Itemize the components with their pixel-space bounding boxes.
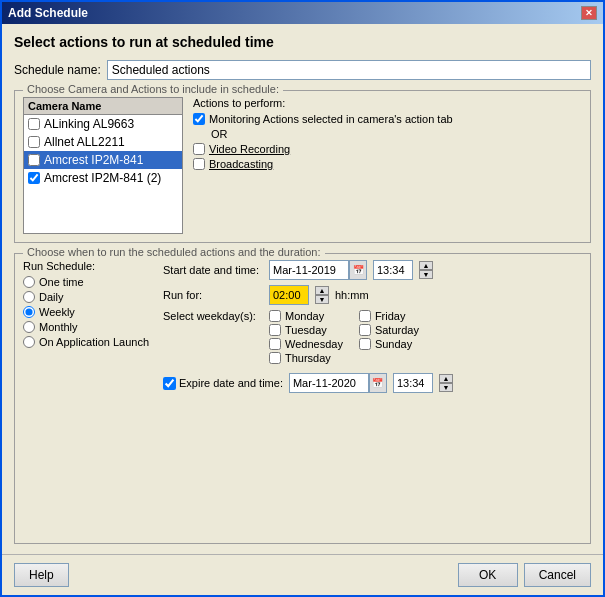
start-date-calendar-icon[interactable]: 📅	[349, 260, 367, 280]
radio-on-launch: On Application Launch	[23, 336, 153, 348]
runfor-label: Run for:	[163, 289, 263, 301]
run-schedule-title: Run Schedule:	[23, 260, 153, 272]
radio-weekly-label: Weekly	[39, 306, 75, 318]
camera-list-header: Camera Name	[23, 97, 183, 114]
day-thursday-label: Thursday	[285, 352, 331, 364]
action-broadcast-checkbox[interactable]	[193, 158, 205, 170]
camera-item-selected[interactable]: Amcrest IP2M-841	[24, 151, 182, 169]
day-monday-label: Monday	[285, 310, 324, 322]
action-monitor-item: Monitoring Actions selected in camera's …	[193, 113, 582, 125]
action-video-label: Video Recording	[209, 143, 290, 155]
action-video-checkbox[interactable]	[193, 143, 205, 155]
runfor-input[interactable]	[269, 285, 309, 305]
schedule-name-input[interactable]	[107, 60, 591, 80]
action-broadcast-label: Broadcasting	[209, 158, 273, 170]
start-date-input[interactable]	[269, 260, 349, 280]
main-title: Select actions to run at scheduled time	[14, 34, 591, 50]
camera-item[interactable]: Amcrest IP2M-841 (2)	[24, 169, 182, 187]
bottom-bar: Help OK Cancel	[2, 554, 603, 595]
day-tuesday: Tuesday	[269, 324, 343, 336]
runfor-down-button[interactable]: ▼	[315, 295, 329, 304]
runfor-spinner: ▲ ▼	[315, 286, 329, 304]
runfor-unit: hh:mm	[335, 289, 369, 301]
camera-section-label: Choose Camera and Actions to include in …	[23, 83, 283, 95]
camera-checkbox-3[interactable]	[28, 154, 40, 166]
actions-panel: Actions to perform: Monitoring Actions s…	[193, 97, 582, 234]
radio-daily: Daily	[23, 291, 153, 303]
expire-time-down-button[interactable]: ▼	[439, 383, 453, 392]
action-monitor-checkbox[interactable]	[193, 113, 205, 125]
radio-weekly-input[interactable]	[23, 306, 35, 318]
day-sunday: Sunday	[359, 338, 419, 350]
schedule-name-row: Schedule name:	[14, 60, 591, 80]
radio-one-time-label: One time	[39, 276, 84, 288]
runfor-up-button[interactable]: ▲	[315, 286, 329, 295]
expire-checkbox[interactable]	[163, 377, 176, 390]
expire-date-input[interactable]	[289, 373, 369, 393]
weekdays-label: Select weekday(s):	[163, 310, 263, 322]
add-schedule-window: Add Schedule ✕ Select actions to run at …	[0, 0, 605, 597]
day-friday-checkbox[interactable]	[359, 310, 371, 322]
radio-daily-input[interactable]	[23, 291, 35, 303]
camera-actions-row: Camera Name ALinking AL9663 Allnet ALL22…	[23, 97, 582, 234]
title-bar-controls: ✕	[581, 6, 597, 20]
day-sunday-label: Sunday	[375, 338, 412, 350]
camera-list: ALinking AL9663 Allnet ALL2211 Amcrest I…	[23, 114, 183, 234]
day-sunday-checkbox[interactable]	[359, 338, 371, 350]
start-date-group: 📅	[269, 260, 367, 280]
camera-checkbox-2[interactable]	[28, 136, 40, 148]
camera-checkbox-1[interactable]	[28, 118, 40, 130]
day-tuesday-label: Tuesday	[285, 324, 327, 336]
day-friday-label: Friday	[375, 310, 406, 322]
radio-monthly-input[interactable]	[23, 321, 35, 333]
camera-name-4: Amcrest IP2M-841 (2)	[44, 171, 161, 185]
run-schedule-panel: Run Schedule: One time Daily Weekly	[23, 260, 153, 393]
start-date-row: Start date and time: 📅 ▲ ▼	[163, 260, 582, 280]
weekdays-col2: Friday Saturday Sunday	[359, 310, 419, 364]
radio-on-launch-label: On Application Launch	[39, 336, 149, 348]
camera-actions-section: Choose Camera and Actions to include in …	[14, 90, 591, 243]
help-button[interactable]: Help	[14, 563, 69, 587]
radio-one-time-input[interactable]	[23, 276, 35, 288]
camera-item[interactable]: Allnet ALL2211	[24, 133, 182, 151]
expire-row: Expire date and time: 📅 ▲ ▼	[163, 373, 582, 393]
bottom-right-buttons: OK Cancel	[458, 563, 591, 587]
day-friday: Friday	[359, 310, 419, 322]
weekdays-col1: Monday Tuesday Wednesday	[269, 310, 343, 364]
day-wednesday-label: Wednesday	[285, 338, 343, 350]
day-wednesday: Wednesday	[269, 338, 343, 350]
title-bar: Add Schedule ✕	[2, 2, 603, 24]
start-time-up-button[interactable]: ▲	[419, 261, 433, 270]
expire-date-calendar-icon[interactable]: 📅	[369, 373, 387, 393]
action-broadcast-item: Broadcasting	[193, 158, 582, 170]
expire-time-input[interactable]	[393, 373, 433, 393]
day-monday-checkbox[interactable]	[269, 310, 281, 322]
expire-time-spinner: ▲ ▼	[439, 374, 453, 392]
camera-checkbox-4[interactable]	[28, 172, 40, 184]
action-video-item: Video Recording	[193, 143, 582, 155]
day-wednesday-checkbox[interactable]	[269, 338, 281, 350]
cancel-button[interactable]: Cancel	[524, 563, 591, 587]
camera-item[interactable]: ALinking AL9663	[24, 115, 182, 133]
camera-name-1: ALinking AL9663	[44, 117, 134, 131]
start-time-down-button[interactable]: ▼	[419, 270, 433, 279]
expire-label: Expire date and time:	[179, 377, 283, 389]
close-button[interactable]: ✕	[581, 6, 597, 20]
weekdays-section: Monday Tuesday Wednesday	[269, 310, 435, 364]
day-thursday-checkbox[interactable]	[269, 352, 281, 364]
start-label: Start date and time:	[163, 264, 263, 276]
ok-button[interactable]: OK	[458, 563, 518, 587]
action-monitor-label: Monitoring Actions selected in camera's …	[209, 113, 453, 125]
camera-panel: Camera Name ALinking AL9663 Allnet ALL22…	[23, 97, 183, 234]
expire-time-up-button[interactable]: ▲	[439, 374, 453, 383]
day-monday: Monday	[269, 310, 343, 322]
dialog-body: Select actions to run at scheduled time …	[2, 24, 603, 554]
day-tuesday-checkbox[interactable]	[269, 324, 281, 336]
radio-monthly: Monthly	[23, 321, 153, 333]
expire-check: Expire date and time:	[163, 377, 283, 390]
start-time-input[interactable]	[373, 260, 413, 280]
radio-on-launch-input[interactable]	[23, 336, 35, 348]
day-saturday-checkbox[interactable]	[359, 324, 371, 336]
weekdays-row: Select weekday(s): Monday Tuesday	[163, 310, 582, 368]
day-thursday: Thursday	[269, 352, 343, 364]
